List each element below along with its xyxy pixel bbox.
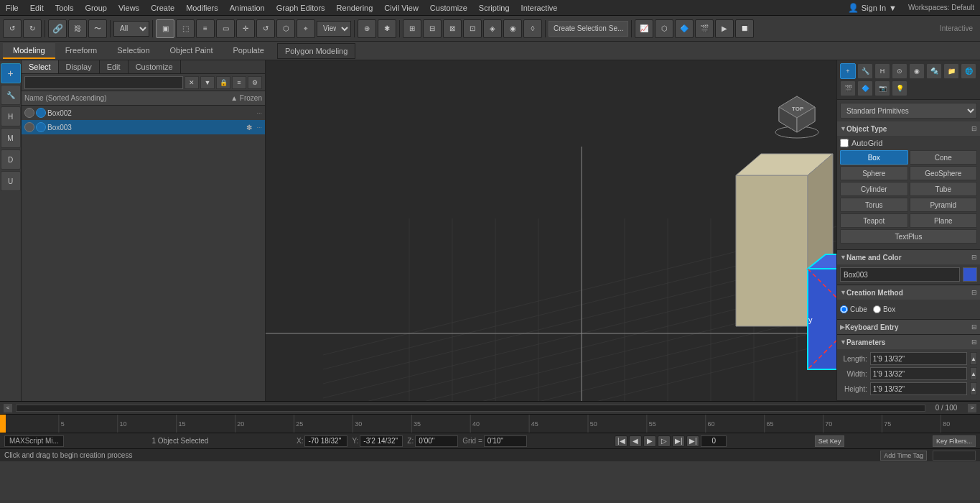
tab-freeform[interactable]: Freeform bbox=[55, 43, 108, 59]
length-input[interactable] bbox=[870, 352, 967, 365]
undo-button[interactable]: ↺ bbox=[3, 19, 22, 38]
utilities-icon[interactable]: U bbox=[1, 171, 21, 191]
cube-radio-label[interactable]: Cube bbox=[840, 305, 867, 313]
scene-settings-btn[interactable]: ⚙ bbox=[248, 76, 262, 89]
autogrid-checkbox[interactable] bbox=[840, 139, 849, 147]
box-radio[interactable] bbox=[873, 305, 881, 313]
align-button[interactable]: ⊟ bbox=[423, 19, 442, 38]
height-input[interactable] bbox=[870, 382, 967, 395]
tab-object-paint[interactable]: Object Paint bbox=[160, 43, 223, 59]
select-object-button[interactable]: ▣ bbox=[156, 19, 174, 38]
nav-cube[interactable]: TOP bbox=[772, 89, 822, 139]
edit-named-sel[interactable]: ✱ bbox=[378, 19, 396, 38]
hierarchy-icon[interactable]: H bbox=[1, 106, 21, 126]
timeline-track[interactable]: 0 5 10 15 20 25 30 35 40 45 50 bbox=[0, 415, 980, 433]
modify-icon[interactable]: 🔧 bbox=[1, 85, 21, 105]
polygon-modeling-label[interactable]: Polygon Modeling bbox=[277, 43, 355, 59]
pyramid-button[interactable]: Pyramid bbox=[910, 198, 978, 212]
scene-search-input[interactable] bbox=[24, 76, 183, 89]
animation-icon[interactable]: 🎬 bbox=[840, 80, 856, 96]
create-selection-button[interactable]: Create Selection Se... bbox=[549, 21, 628, 37]
bind-space-warp[interactable]: 〜 bbox=[88, 19, 107, 38]
scene-filter-btn[interactable]: ▼ bbox=[200, 76, 215, 89]
timeline[interactable]: 0 5 10 15 20 25 30 35 40 45 50 bbox=[0, 414, 980, 433]
menu-modifiers[interactable]: Modifiers bbox=[180, 2, 224, 14]
display-tab-icon[interactable]: ◉ bbox=[909, 63, 925, 79]
frame-input[interactable] bbox=[701, 435, 727, 447]
scene-clear-search[interactable]: ✕ bbox=[185, 76, 199, 89]
go-end-btn[interactable]: ▶| bbox=[686, 435, 699, 447]
redo-button[interactable]: ↻ bbox=[23, 19, 42, 38]
material-icon[interactable]: 🔷 bbox=[857, 80, 873, 96]
menu-animation[interactable]: Animation bbox=[224, 2, 271, 14]
schematic-view[interactable]: ⬡ bbox=[655, 19, 673, 38]
sphere-button[interactable]: Sphere bbox=[840, 166, 908, 180]
quick-align[interactable]: ⊠ bbox=[443, 19, 462, 38]
scene-tab-select[interactable]: Select bbox=[22, 60, 59, 73]
rectangular-select[interactable]: ▭ bbox=[216, 19, 235, 38]
view-dropdown[interactable]: View bbox=[317, 21, 351, 37]
menu-tools[interactable]: Tools bbox=[50, 2, 80, 14]
length-spinner-up[interactable]: ▲ bbox=[970, 352, 977, 365]
menu-views[interactable]: Views bbox=[113, 2, 145, 14]
creation-method-header[interactable]: ▼ Creation Method ⊟ bbox=[837, 285, 980, 300]
teapot-button[interactable]: Teapot bbox=[840, 213, 908, 228]
tab-selection[interactable]: Selection bbox=[107, 43, 159, 59]
progress-prev-btn[interactable]: < bbox=[3, 403, 13, 413]
viewport[interactable]: [+] [Perspective] [Standard] [Default Sh… bbox=[266, 60, 836, 401]
viewport-scene[interactable]: X Y Z z y bbox=[266, 60, 836, 401]
object-name-input[interactable] bbox=[840, 267, 960, 282]
align-camera[interactable]: ◉ bbox=[503, 19, 522, 38]
menu-graph-editors[interactable]: Graph Editors bbox=[271, 2, 331, 14]
scene-col-btn[interactable]: ≡ bbox=[232, 76, 246, 89]
modify-tab-icon[interactable]: 🔧 bbox=[857, 63, 873, 79]
utilities-tab-icon[interactable]: 🔩 bbox=[926, 63, 942, 79]
menu-create[interactable]: Create bbox=[145, 2, 180, 14]
width-spinner-up[interactable]: ▲ bbox=[970, 367, 977, 380]
cone-button[interactable]: Cone bbox=[910, 150, 978, 165]
cube-radio[interactable] bbox=[840, 305, 848, 313]
place-highlight[interactable]: ◈ bbox=[483, 19, 502, 38]
material-editor[interactable]: 🔷 bbox=[675, 19, 694, 38]
select-by-name-button[interactable]: ≡ bbox=[196, 19, 215, 38]
menu-rendering[interactable]: Rendering bbox=[331, 2, 379, 14]
scene-tab-customize[interactable]: Customize bbox=[129, 60, 181, 73]
scene-tab-display[interactable]: Display bbox=[59, 60, 100, 73]
menu-edit[interactable]: Edit bbox=[24, 2, 50, 14]
sign-in[interactable]: 👤 Sign In ▼ bbox=[842, 1, 902, 14]
create-icon[interactable]: + bbox=[1, 63, 21, 83]
object-type-header[interactable]: ▼ Object Type ⊟ bbox=[837, 121, 980, 136]
play-btn[interactable]: ▶ bbox=[643, 435, 656, 447]
curve-editor[interactable]: 📈 bbox=[635, 19, 653, 38]
mirror-button[interactable]: ⊞ bbox=[403, 19, 421, 38]
percent-snaps[interactable]: ⊕ bbox=[358, 19, 376, 38]
scene-tab-edit[interactable]: Edit bbox=[100, 60, 129, 73]
box-radio-label[interactable]: Box bbox=[873, 305, 895, 313]
menu-customize[interactable]: Customize bbox=[424, 2, 473, 14]
select-region-button[interactable]: ⬚ bbox=[176, 19, 195, 38]
color-swatch[interactable] bbox=[963, 267, 977, 282]
scene-row-box003[interactable]: Box003 ✽ ··· bbox=[22, 120, 265, 134]
align-to-view[interactable]: ◊ bbox=[523, 19, 542, 38]
hierarchy-tab-icon[interactable]: H bbox=[874, 63, 890, 79]
light-icon[interactable]: 💡 bbox=[892, 80, 907, 96]
textplus-button[interactable]: TextPlus bbox=[840, 229, 977, 244]
render-icon[interactable]: 📷 bbox=[874, 80, 890, 96]
menu-group[interactable]: Group bbox=[79, 2, 113, 14]
parameters-header[interactable]: ▼ Parameters ⊟ bbox=[837, 335, 980, 349]
quick-render[interactable]: 🔲 bbox=[735, 19, 754, 38]
prev-frame-btn[interactable]: ◀ bbox=[629, 435, 642, 447]
link-button[interactable]: 🔗 bbox=[48, 19, 67, 38]
display-icon[interactable]: D bbox=[1, 149, 21, 170]
menu-civil-view[interactable]: Civil View bbox=[378, 2, 424, 14]
tab-modeling[interactable]: Modeling bbox=[3, 43, 55, 59]
tube-button[interactable]: Tube bbox=[910, 182, 978, 196]
scene-explorer-icon[interactable]: 🌐 bbox=[961, 63, 976, 79]
tab-populate[interactable]: Populate bbox=[223, 43, 274, 59]
render-setup[interactable]: 🎬 bbox=[695, 19, 714, 38]
add-time-tag-button[interactable]: Add Time Tag bbox=[880, 451, 927, 461]
geosphere-button[interactable]: GeoSphere bbox=[910, 166, 978, 180]
width-input[interactable] bbox=[870, 367, 967, 380]
primitives-dropdown[interactable]: Standard Primitives bbox=[840, 103, 977, 119]
key-filters-button[interactable]: Key Filters... bbox=[933, 435, 976, 447]
